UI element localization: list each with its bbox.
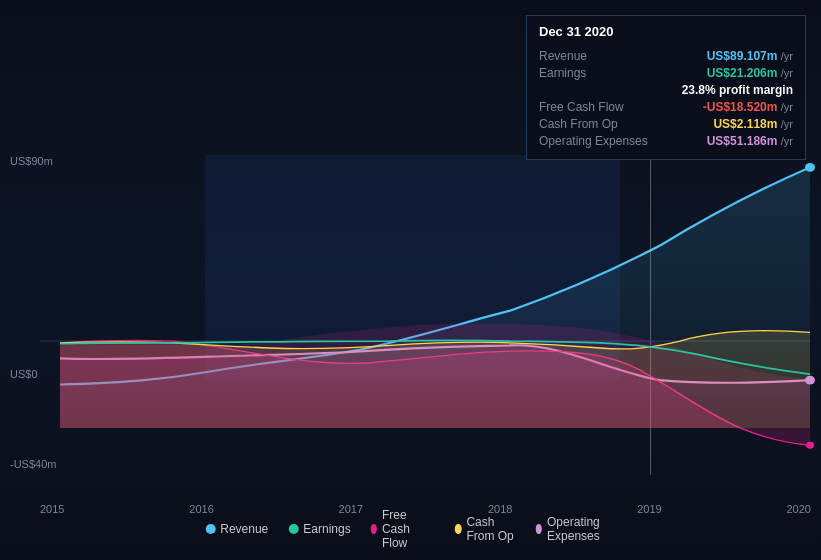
tooltip-label-cashfromop: Cash From Op — [539, 117, 659, 131]
tooltip-row-fcf: Free Cash Flow -US$18.520m /yr — [539, 100, 793, 114]
tooltip-value-opex: US$51.186m /yr — [707, 134, 793, 148]
legend-label-revenue: Revenue — [220, 522, 268, 536]
tooltip-label-fcf: Free Cash Flow — [539, 100, 659, 114]
legend-dot-cashfromop — [455, 524, 461, 534]
tooltip-value-margin: 23.8% profit margin — [682, 83, 793, 97]
legend: Revenue Earnings Free Cash Flow Cash Fro… — [205, 508, 616, 550]
legend-item-opex[interactable]: Operating Expenses — [536, 515, 616, 543]
tooltip-label-earnings: Earnings — [539, 66, 659, 80]
tooltip-row-margin: 23.8% profit margin — [539, 83, 793, 97]
tooltip-box: Dec 31 2020 Revenue US$89.107m /yr Earni… — [526, 15, 806, 160]
legend-label-earnings: Earnings — [303, 522, 350, 536]
legend-label-fcf: Free Cash Flow — [382, 508, 435, 550]
legend-label-cashfromop: Cash From Op — [466, 515, 515, 543]
tooltip-row-earnings: Earnings US$21.206m /yr — [539, 66, 793, 80]
legend-item-earnings[interactable]: Earnings — [288, 522, 350, 536]
legend-dot-revenue — [205, 524, 215, 534]
legend-item-cashfromop[interactable]: Cash From Op — [455, 515, 516, 543]
svg-point-3 — [806, 442, 814, 449]
legend-item-revenue[interactable]: Revenue — [205, 522, 268, 536]
tooltip-row-revenue: Revenue US$89.107m /yr — [539, 49, 793, 63]
tooltip-value-fcf: -US$18.520m /yr — [703, 100, 793, 114]
tooltip-value-earnings: US$21.206m /yr — [707, 66, 793, 80]
svg-point-2 — [805, 376, 815, 385]
svg-point-1 — [805, 163, 815, 172]
tooltip-row-opex: Operating Expenses US$51.186m /yr — [539, 134, 793, 148]
tooltip-date: Dec 31 2020 — [539, 24, 793, 43]
chart-container: Dec 31 2020 Revenue US$89.107m /yr Earni… — [0, 0, 821, 560]
legend-dot-earnings — [288, 524, 298, 534]
legend-dot-fcf — [371, 524, 377, 534]
x-label-2015: 2015 — [40, 503, 64, 515]
tooltip-row-cashfromop: Cash From Op US$2.118m /yr — [539, 117, 793, 131]
tooltip-value-revenue: US$89.107m /yr — [707, 49, 793, 63]
tooltip-label-opex: Operating Expenses — [539, 134, 659, 148]
legend-item-fcf[interactable]: Free Cash Flow — [371, 508, 435, 550]
tooltip-label-revenue: Revenue — [539, 49, 659, 63]
chart-svg — [0, 150, 821, 480]
legend-dot-opex — [536, 524, 542, 534]
tooltip-value-cashfromop: US$2.118m /yr — [713, 117, 793, 131]
legend-label-opex: Operating Expenses — [547, 515, 616, 543]
x-label-2020: 2020 — [786, 503, 810, 515]
x-label-2019: 2019 — [637, 503, 661, 515]
